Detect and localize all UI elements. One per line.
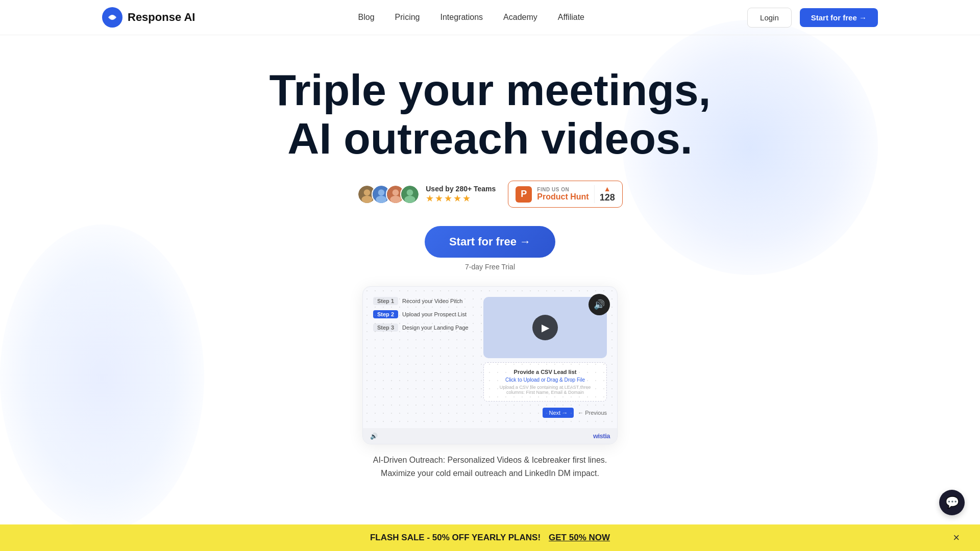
- step-3-item: Step 3 Design your Landing Page: [373, 323, 475, 332]
- headline-line2: AI outreach videos.: [287, 114, 692, 163]
- used-by-label: Used by 280+ Teams: [426, 185, 496, 193]
- ph-logo-icon: P: [516, 186, 532, 203]
- video-preview: 🔊 Step 1 Record your Video Pitch Step 2 …: [362, 286, 618, 444]
- step-3-label: Design your Landing Page: [402, 323, 469, 331]
- used-by-block: Used by 280+ Teams ★★★★★: [357, 185, 496, 204]
- next-button[interactable]: Next →: [543, 408, 574, 418]
- svg-point-7: [376, 195, 387, 203]
- nav-academy[interactable]: Academy: [503, 13, 537, 21]
- caption-line1: AI-Driven Outreach: Personalized Videos …: [373, 456, 607, 464]
- chat-widget-button[interactable]: 💬: [939, 490, 965, 515]
- ph-count-block: ▲ 128: [594, 185, 615, 203]
- wistia-logo: wistia: [593, 432, 610, 440]
- hero-headline: Triple your meetings, AI outreach videos…: [270, 66, 711, 162]
- flash-sale-cta[interactable]: GET 50% NOW: [549, 533, 610, 543]
- video-inner: 🔊 Step 1 Record your Video Pitch Step 2 …: [363, 287, 617, 428]
- video-play-area: ▶ Provide a CSV Lead list Click to Uploa…: [483, 297, 607, 418]
- star-rating: ★★★★★: [426, 193, 496, 204]
- caption-line2: Maximize your cold email outreach and Li…: [381, 469, 599, 478]
- prev-button[interactable]: ← Previous: [578, 408, 607, 418]
- upload-hint: Upload a CSV file containing at LEAST th…: [490, 385, 600, 395]
- step-1-item: Step 1 Record your Video Pitch: [373, 297, 475, 305]
- svg-point-13: [405, 195, 415, 203]
- logo[interactable]: Response AI: [102, 7, 195, 28]
- steps-panel: Step 1 Record your Video Pitch Step 2 Up…: [373, 297, 475, 418]
- nav-blog[interactable]: Blog: [358, 13, 375, 21]
- ph-text-block: FIND US ON Product Hunt: [537, 187, 589, 202]
- upload-area[interactable]: Provide a CSV Lead list Click to Upload …: [483, 362, 607, 402]
- ph-find-text: FIND US ON: [537, 187, 589, 192]
- hero-section: Triple your meetings, AI outreach videos…: [0, 35, 980, 480]
- play-button[interactable]: ▶: [532, 315, 558, 340]
- flash-sale-bar: FLASH SALE - 50% OFF YEARLY PLANS! GET 5…: [0, 524, 980, 551]
- login-button[interactable]: Login: [747, 8, 792, 28]
- wistia-volume-icon[interactable]: 🔊: [370, 433, 378, 440]
- ph-number: 128: [600, 192, 615, 203]
- nav-affiliate[interactable]: Affiliate: [558, 13, 584, 21]
- hero-caption: AI-Driven Outreach: Personalized Videos …: [373, 454, 607, 480]
- chat-icon: 💬: [945, 496, 959, 509]
- avatar-group: [357, 185, 420, 204]
- navbar: Response AI Blog Pricing Integrations Ac…: [0, 0, 980, 35]
- used-by-text: Used by 280+ Teams ★★★★★: [426, 185, 496, 204]
- svg-point-4: [362, 195, 373, 203]
- step-1-label: Record your Video Pitch: [402, 297, 462, 304]
- nav-links: Blog Pricing Integrations Academy Affili…: [358, 13, 584, 22]
- svg-point-6: [378, 189, 385, 196]
- nav-integrations[interactable]: Integrations: [440, 13, 483, 21]
- upload-title: Provide a CSV Lead list: [490, 369, 600, 375]
- flash-sale-text: FLASH SALE - 50% OFF YEARLY PLANS!: [370, 533, 541, 543]
- start-nav-button[interactable]: Start for free →: [800, 8, 878, 27]
- hero-sub-row: Used by 280+ Teams ★★★★★ P FIND US ON Pr…: [357, 181, 622, 208]
- step-3-badge: Step 3: [373, 323, 398, 332]
- step-2-item: Step 2 Upload your Prospect List: [373, 310, 475, 318]
- flash-close-button[interactable]: ×: [953, 532, 960, 543]
- headline-line1: Triple your meetings,: [270, 65, 711, 114]
- ph-triangle-icon: ▲: [604, 185, 611, 192]
- product-hunt-badge[interactable]: P FIND US ON Product Hunt ▲ 128: [508, 181, 622, 208]
- bg-blob-left: [0, 224, 204, 531]
- step-2-badge: Step 2: [373, 310, 398, 318]
- svg-point-12: [407, 189, 413, 196]
- svg-point-9: [393, 189, 399, 196]
- svg-point-3: [364, 189, 371, 196]
- nav-actions: Login Start for free →: [747, 8, 878, 28]
- nav-pricing[interactable]: Pricing: [395, 13, 420, 21]
- free-trial-label: 7-day Free Trial: [465, 263, 515, 271]
- svg-point-1: [110, 15, 114, 19]
- logo-icon: [102, 7, 122, 28]
- step-2-label: Upload your Prospect List: [402, 310, 467, 317]
- ph-name: Product Hunt: [537, 192, 589, 202]
- sound-button[interactable]: 🔊: [589, 294, 610, 315]
- sound-icon: 🔊: [594, 299, 605, 310]
- wistia-controls: 🔊: [370, 433, 378, 440]
- svg-point-10: [390, 195, 401, 203]
- start-hero-button[interactable]: Start for free →: [425, 226, 555, 258]
- step-1-badge: Step 1: [373, 297, 398, 305]
- upload-instruction: Click to Upload or Drag & Drop File: [490, 377, 600, 383]
- logo-text: Response AI: [128, 11, 195, 24]
- avatar-4: [400, 185, 420, 204]
- wistia-bar: 🔊 wistia: [363, 428, 617, 444]
